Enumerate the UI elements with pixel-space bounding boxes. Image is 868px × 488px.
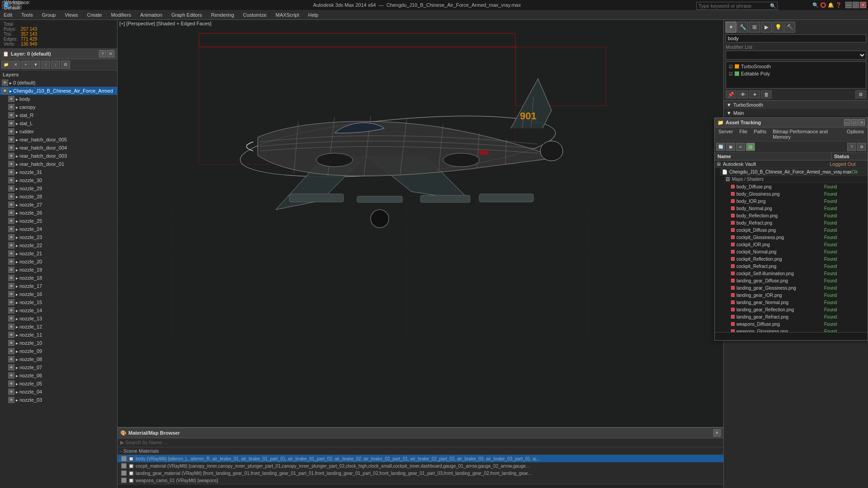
layer-item[interactable]: 👁 ▸ nozzle_30 [0, 176, 117, 184]
layer-item[interactable]: 👁 ▸ rear_hatch_door_01 [0, 160, 117, 168]
layer-visibility[interactable]: 👁 [8, 340, 14, 346]
layer-item[interactable]: 👁 ▸ nozzle_10 [0, 339, 117, 347]
motion-icon[interactable]: ▶ [761, 22, 772, 33]
layer-tool-delete[interactable]: ✕ [11, 61, 20, 69]
asset-file-header[interactable]: 📄 Chengdu_J10_B_Chinese_Air_Force_Armed_… [720, 168, 868, 176]
layer-item[interactable]: 👁 ▸ rudder [0, 127, 117, 136]
asset-item[interactable]: landing_gear_Glossiness.png Found [724, 284, 868, 291]
material-item[interactable]: 🔲 cocpit_material (VRayMtl) [canopy_inne… [118, 462, 723, 469]
sub-group-header[interactable]: 🖼 Maps / Shaders [724, 176, 868, 183]
material-item[interactable]: 🔲 weapons_camo_01 (VRayMtl) [weapons] [118, 477, 723, 484]
layer-item[interactable]: 👁 ▸ nozzle_31 [0, 168, 117, 176]
layer-item[interactable]: 👁 ▸ nozzle_29 [0, 184, 117, 192]
layer-item[interactable]: 👁 ▸ nozzle_27 [0, 201, 117, 209]
layer-visibility[interactable]: 👁 [8, 234, 14, 240]
utilities-icon[interactable]: 🔨 [784, 22, 795, 33]
layer-visibility[interactable]: 👁 [8, 356, 14, 362]
layer-visibility[interactable]: 👁 [8, 267, 14, 273]
layer-item[interactable]: 👁 ▸ nozzle_23 [0, 233, 117, 241]
minimize-button[interactable]: — [845, 2, 852, 8]
layer-visibility[interactable]: 👁 [8, 324, 14, 330]
menu-rendering[interactable]: Rendering [209, 11, 236, 19]
workspace-selector[interactable]: Workspace: Default [13, 1, 22, 9]
maximize-button[interactable]: □ [853, 2, 859, 8]
layer-item[interactable]: 👁 ▸ nozzle_25 [0, 217, 117, 225]
layer-item[interactable]: 👁 ▸ nozzle_14 [0, 306, 117, 314]
at-tool-help[interactable]: ? [847, 143, 856, 151]
layer-item[interactable]: 👁 ▸ rear_hatch_door_005 [0, 136, 117, 144]
asset-item[interactable]: landing_gear_Refract.png Found [724, 313, 868, 320]
asset-item[interactable]: body_Normal.png Found [724, 205, 868, 212]
pin-stack-btn[interactable]: 📌 [726, 90, 736, 99]
layer-visibility[interactable]: 👁 [8, 120, 14, 127]
modifier-dropdown[interactable] [726, 51, 866, 60]
layer-item[interactable]: 👁 ▸ nozzle_11 [0, 331, 117, 339]
layer-visibility[interactable]: 👁 [8, 185, 14, 192]
layer-visibility[interactable]: 👁 [8, 242, 14, 249]
asset-item[interactable]: body_Diffuse.png Found [724, 183, 868, 190]
asset-item[interactable]: cockpit_Diffuse.png Found [724, 226, 868, 234]
layer-item[interactable]: 👁 ▸ canopy [0, 103, 117, 111]
layer-visibility[interactable]: 👁 [8, 307, 14, 314]
asset-item[interactable]: cockpit_IOR.png Found [724, 241, 868, 248]
layers-list[interactable]: 👁 ▸ 0 (default) 👁 ▸ Chengdu_J10_B_Chines… [0, 79, 117, 488]
panel-help-btn[interactable]: ? [99, 50, 106, 57]
at-menu-paths[interactable]: Paths [753, 128, 767, 140]
layer-tool-select[interactable]: ▼ [31, 61, 40, 69]
at-menu-file[interactable]: File [738, 128, 748, 140]
display-icon[interactable]: 💡 [773, 22, 783, 33]
layer-visibility[interactable]: 👁 [8, 218, 14, 224]
material-item[interactable]: 🔲 landing_gear_material (VRayMtl) [front… [118, 469, 723, 477]
viewport-3d[interactable]: [+] [Perspective] [Shaded + Edged Faces] [118, 20, 723, 427]
asset-item[interactable]: cockpit_Refract.png Found [724, 263, 868, 270]
layer-item[interactable]: 👁 ▸ nozzle_26 [0, 209, 117, 217]
layer-visibility[interactable]: 👁 [8, 96, 14, 102]
layer-visibility[interactable]: 👁 [8, 397, 14, 403]
layer-item[interactable]: 👁 ▸ nozzle_07 [0, 363, 117, 371]
asset-item[interactable]: landing_gear_Reflection.png Found [724, 306, 868, 313]
layer-tool-add[interactable]: + [21, 61, 30, 69]
layer-visibility[interactable]: 👁 [8, 372, 14, 379]
at-menu-options[interactable]: Options [846, 128, 865, 140]
asset-group-header[interactable]: 🏛 Autodesk Vault Logged Out [715, 160, 868, 168]
layer-visibility[interactable]: 👁 [8, 332, 14, 338]
menu-tools[interactable]: Tools [19, 11, 35, 19]
menu-maxscript[interactable]: MAXScript [274, 11, 301, 19]
material-item[interactable]: 🔲 body (VRayMtl) [aileron_L, aileron_R, … [118, 455, 723, 462]
asset-tracking-minimize[interactable]: — [844, 119, 850, 126]
layer-item[interactable]: 👁 ▸ nozzle_16 [0, 290, 117, 298]
layer-visibility[interactable]: 👁 [8, 169, 14, 175]
layer-visibility[interactable]: 👁 [8, 258, 14, 265]
layer-visibility[interactable]: 👁 [8, 380, 14, 387]
asset-item[interactable]: cockpit_Glossiness.png Found [724, 234, 868, 241]
create-icon[interactable]: ✦ [726, 22, 736, 33]
layer-item[interactable]: 👁 ▸ Chengdu_J10_B_Chinese_Air_Force_Arme… [0, 87, 117, 95]
asset-group[interactable]: 🏛 Autodesk Vault Logged Out 📄 Chengdu_J1… [715, 160, 868, 332]
layer-item[interactable]: 👁 ▸ nozzle_13 [0, 314, 117, 323]
layer-item[interactable]: 👁 ▸ nozzle_19 [0, 266, 117, 274]
layer-item[interactable]: 👁 ▸ nozzle_22 [0, 241, 117, 249]
layer-item[interactable]: 👁 ▸ slat_L [0, 119, 117, 127]
hierarchy-icon[interactable]: ⊞ [749, 22, 760, 33]
layer-item[interactable]: 👁 ▸ slat_R [0, 111, 117, 119]
modifier-turbosmoothh[interactable]: ☑ TurboSmooth [727, 63, 865, 70]
menu-edit[interactable]: Edit [2, 11, 14, 19]
asset-item[interactable]: cockpit_Reflection.png Found [724, 255, 868, 263]
menu-help[interactable]: Help [307, 11, 321, 19]
layer-visibility[interactable]: 👁 [8, 291, 14, 297]
layer-visibility[interactable]: 👁 [8, 389, 14, 395]
at-menu-bitmap[interactable]: Bitmap Performance and Memory [772, 128, 841, 140]
layer-visibility[interactable]: 👁 [8, 193, 14, 200]
at-tool-select[interactable]: ▣ [726, 143, 735, 151]
show-end-result-btn[interactable]: 👁 [737, 90, 748, 99]
asset-tracking-close[interactable]: ✕ [859, 119, 865, 126]
layer-item[interactable]: 👁 ▸ nozzle_21 [0, 249, 117, 258]
at-tool-refresh[interactable]: 🔄 [716, 143, 725, 151]
menu-graph-editors[interactable]: Graph Editors [170, 11, 204, 19]
layer-visibility[interactable]: 👁 [2, 80, 8, 86]
layer-visibility[interactable]: 👁 [8, 299, 14, 305]
search-input[interactable] [697, 3, 769, 9]
asset-item[interactable]: body_Reflection.png Found [724, 212, 868, 219]
turbosmooth-main-header[interactable]: ▼ Main [724, 109, 868, 117]
layer-visibility[interactable]: 👁 [8, 226, 14, 232]
